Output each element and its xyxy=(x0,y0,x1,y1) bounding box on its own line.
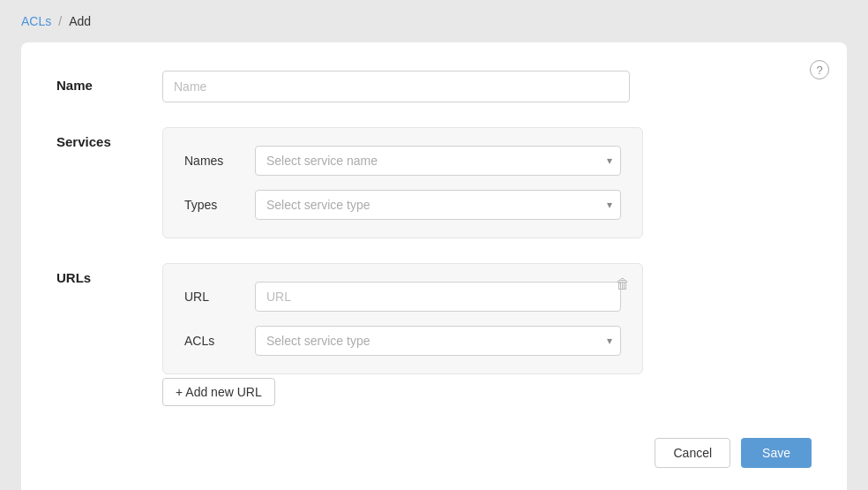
footer-row: Cancel Save xyxy=(56,431,812,468)
cancel-button[interactable]: Cancel xyxy=(655,438,730,468)
add-url-button[interactable]: + Add new URL xyxy=(162,378,275,406)
name-row: Name xyxy=(56,71,812,102)
breadcrumb-link[interactable]: ACLs xyxy=(21,14,51,28)
services-row: Services Names Select service name ▾ Typ… xyxy=(56,127,812,238)
name-input[interactable] xyxy=(162,71,630,102)
breadcrumb-separator: / xyxy=(58,14,62,28)
url-row: URL xyxy=(184,282,621,312)
acls-select-wrapper: Select service type ▾ xyxy=(255,326,621,356)
services-names-select-wrapper: Select service name ▾ xyxy=(255,146,621,176)
main-card: ? Name Services Names Select service nam… xyxy=(21,42,847,490)
save-button[interactable]: Save xyxy=(741,438,812,468)
delete-url-icon[interactable]: 🗑 xyxy=(616,276,630,292)
services-content: Names Select service name ▾ Types Select… xyxy=(162,127,812,238)
urls-row: URLs 🗑 URL ACLs Select service type xyxy=(56,263,812,406)
help-icon[interactable]: ? xyxy=(810,60,829,79)
services-inner-card: Names Select service name ▾ Types Select… xyxy=(162,127,643,238)
services-types-select[interactable]: Select service type xyxy=(255,190,621,220)
url-input[interactable] xyxy=(255,282,621,312)
name-label: Name xyxy=(56,71,162,93)
breadcrumb: ACLs / Add xyxy=(0,0,868,42)
urls-inner-card: 🗑 URL ACLs Select service type ▾ xyxy=(162,263,643,374)
breadcrumb-current: Add xyxy=(69,14,91,28)
services-types-row: Types Select service type ▾ xyxy=(184,190,621,220)
acls-row: ACLs Select service type ▾ xyxy=(184,326,621,356)
services-types-select-wrapper: Select service type ▾ xyxy=(255,190,621,220)
url-label: URL xyxy=(184,290,255,304)
name-content xyxy=(162,71,812,102)
acls-select[interactable]: Select service type xyxy=(255,326,621,356)
services-label: Services xyxy=(56,127,162,149)
services-names-row: Names Select service name ▾ xyxy=(184,146,621,176)
acls-label: ACLs xyxy=(184,334,255,348)
services-types-label: Types xyxy=(184,198,255,212)
services-names-label: Names xyxy=(184,154,255,168)
urls-label: URLs xyxy=(56,263,162,285)
urls-content: 🗑 URL ACLs Select service type ▾ xyxy=(162,263,812,406)
services-names-select[interactable]: Select service name xyxy=(255,146,621,176)
